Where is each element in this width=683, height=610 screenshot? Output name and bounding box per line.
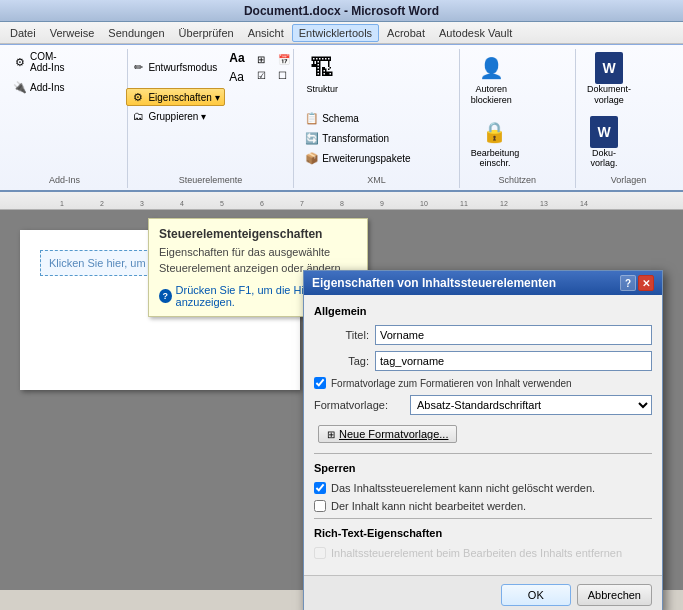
new-style-button[interactable]: ⊞ Neue Formatvorlage... [318,425,457,443]
gruppieren-label: Gruppieren ▾ [148,111,206,122]
dokumentvorlage-icon: W [595,52,623,84]
dokvorlag2-label: Doku-vorlag. [591,148,618,170]
dialog-body: Allgemein Titel: Tag: Formatvorlage zum … [304,295,662,575]
eigenschaften-arrow: ▾ [215,92,220,103]
struktur-button[interactable]: 🏗 Struktur [300,49,344,97]
ruler-tick-1: 1 [60,200,64,207]
ok-button[interactable]: OK [501,584,571,606]
dialog: Eigenschaften von Inhaltssteuerelementen… [303,270,663,610]
cal-label: 📅 [278,54,290,65]
formatvorlage-select[interactable]: Absatz-Standardschriftart [410,395,652,415]
window-title: Document1.docx - Microsoft Word [244,4,439,18]
menu-ueberpruefen[interactable]: Überprüfen [173,25,240,41]
new-style-icon: ⊞ [327,429,335,440]
ribbon-group-steuerelemente: ✏ Entwurfsmodus Aa Aa ⊞ [128,49,294,188]
help-icon: ? [159,289,172,303]
ribbon-group-xml: 🏗 Struktur 📋 Schema 🔄 Transformation 📦 E… [294,49,459,188]
ruler-tick-9: 9 [380,200,384,207]
addins-label: Add-Ins [30,82,64,93]
xml-content: 🏗 Struktur 📋 Schema 🔄 Transformation 📦 E… [300,49,452,183]
formatvorlage-checkbox[interactable] [314,377,326,389]
eigenschaften-button[interactable]: ⚙ Eigenschaften ▾ [126,88,224,106]
com-addins-button[interactable]: ⚙ COM-Add-Ins [8,49,69,75]
tag-input[interactable] [375,351,652,371]
bearbeitung-button[interactable]: 🔒 Bearbeitungeinschr. [466,113,525,173]
struktur-label: Struktur [306,84,338,94]
grid-button[interactable]: ⊞ [252,52,271,67]
loeschen-checkbox[interactable] [314,482,326,494]
check-label: ☑ [257,70,266,81]
com-addins-icon: ⚙ [13,55,27,69]
aa1-button[interactable]: Aa [224,49,249,67]
eigenschaften-icon: ⚙ [131,90,145,104]
vorlagen-content: W Dokument-vorlage W Doku-vorlag. [582,49,675,188]
ruler-tick-6: 6 [260,200,264,207]
eigenschaften-label: Eigenschaften [148,92,211,103]
formatvorlage-checkbox-row: Formatvorlage zum Formatieren von Inhalt… [314,377,652,389]
list-label: ☐ [278,70,287,81]
entwurfsmodus-button[interactable]: ✏ Entwurfsmodus [126,59,222,77]
rich-text-section-title: Rich-Text-Eigenschaften [314,527,652,539]
ruler-tick-3: 3 [140,200,144,207]
bearbeiten-checkbox[interactable] [314,500,326,512]
schema-label: Schema [322,113,359,124]
erweiterungspakete-button[interactable]: 📦 Erweiterungspakete [300,149,415,167]
ruler: 1 2 3 4 5 6 7 8 9 10 11 12 13 14 [0,192,683,210]
menu-entwicklertools[interactable]: Entwicklertools [292,24,379,42]
ruler-tick-11: 11 [460,200,468,207]
titel-input[interactable] [375,325,652,345]
schema-icon: 📋 [305,111,319,125]
ruler-tick-14: 14 [580,200,588,207]
dialog-close-button[interactable]: ✕ [638,275,654,291]
formatvorlage-checkbox-label: Formatvorlage zum Formatieren von Inhalt… [331,378,572,389]
struktur-icon: 🏗 [306,52,338,84]
menu-bar: Datei Verweise Sendungen Überprüfen Ansi… [0,22,683,44]
dokvorlag2-button[interactable]: W Doku-vorlag. [582,113,626,173]
ruler-tick-4: 4 [180,200,184,207]
ribbon-content: ⚙ COM-Add-Ins 🔌 Add-Ins Add-Ins ✏ Entwur… [0,44,683,190]
ruler-tick-10: 10 [420,200,428,207]
menu-autodesk[interactable]: Autodesk Vault [433,25,518,41]
autoren-label: Autorenblockieren [471,84,512,106]
dialog-title-buttons: ? ✕ [620,275,654,291]
tag-row: Tag: [314,351,652,371]
aa2-button[interactable]: Aa [224,68,249,86]
autoren-button[interactable]: 👤 Autorenblockieren [466,49,517,109]
dokumentvorlage-button[interactable]: W Dokument-vorlage [582,49,636,109]
menu-acrobat[interactable]: Acrobat [381,25,431,41]
titel-label: Titel: [314,329,369,341]
schema-button[interactable]: 📋 Schema [300,109,415,127]
dialog-help-button[interactable]: ? [620,275,636,291]
grid-label: ⊞ [257,54,265,65]
addins-button[interactable]: 🔌 Add-Ins [8,78,69,96]
loeschen-checkbox-row: Das Inhaltssteuerelement kann nicht gelö… [314,482,652,494]
formatvorlage-select-label: Formatvorlage: [314,399,404,411]
cancel-button[interactable]: Abbrechen [577,584,652,606]
com-addins-label: COM-Add-Ins [30,51,64,73]
cal-button[interactable]: 📅 [273,52,295,67]
entfernen-checkbox[interactable] [314,547,326,559]
transformation-button[interactable]: 🔄 Transformation [300,129,415,147]
sperren-section-title: Sperren [314,462,652,474]
menu-verweise[interactable]: Verweise [44,25,101,41]
titel-row: Titel: [314,325,652,345]
gruppieren-button[interactable]: 🗂 Gruppieren ▾ [126,107,211,125]
ruler-tick-2: 2 [100,200,104,207]
ribbon-group-addins: ⚙ COM-Add-Ins 🔌 Add-Ins Add-Ins [2,49,128,188]
list-button[interactable]: ☐ [273,68,295,83]
transformation-icon: 🔄 [305,131,319,145]
ribbon-group-vorlagen: W Dokument-vorlage W Doku-vorlag. Vorlag… [576,49,681,188]
erweiterungspakete-label: Erweiterungspakete [322,153,410,164]
check-button[interactable]: ☑ [252,68,271,83]
entfernen-checkbox-label: Inhaltssteuerelement beim Bearbeiten des… [331,547,622,559]
new-style-label: Neue Formatvorlage... [339,428,448,440]
ruler-tick-5: 5 [220,200,224,207]
ruler-tick-7: 7 [300,200,304,207]
erweiterungspakete-icon: 📦 [305,151,319,165]
menu-datei[interactable]: Datei [4,25,42,41]
menu-sendungen[interactable]: Sendungen [102,25,170,41]
menu-ansicht[interactable]: Ansicht [242,25,290,41]
entwurfsmodus-label: Entwurfsmodus [148,62,217,73]
ribbon-group-schuetzen: 👤 Autorenblockieren 🔒 Bearbeitungeinschr… [460,49,576,188]
dialog-footer: OK Abbrechen [304,575,662,610]
